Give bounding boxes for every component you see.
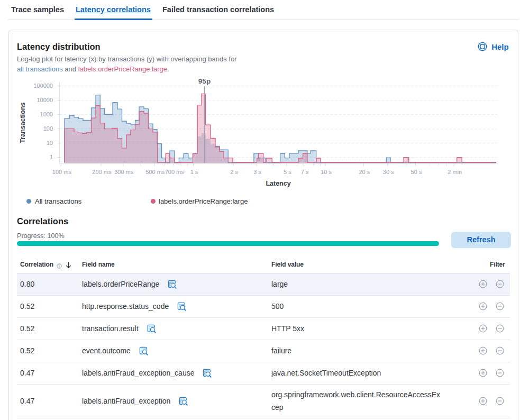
svg-text:3 s: 3 s (253, 169, 261, 175)
svg-text:100 ms: 100 ms (52, 169, 72, 175)
svg-text:5 s: 5 s (284, 169, 291, 175)
svg-text:10 s: 10 s (321, 169, 332, 175)
svg-text:300 ms: 300 ms (114, 169, 134, 175)
svg-text:Latency: Latency (266, 180, 290, 187)
svg-text:500 ms: 500 ms (145, 169, 165, 175)
svg-text:10000: 10000 (37, 97, 53, 103)
svg-text:100000: 100000 (33, 83, 53, 89)
svg-text:10: 10 (47, 140, 53, 146)
svg-text:1: 1 (50, 154, 53, 160)
svg-text:2 min: 2 min (448, 169, 462, 175)
svg-text:Transactions: Transactions (19, 102, 26, 143)
svg-text:1000: 1000 (40, 111, 53, 117)
svg-text:100: 100 (43, 125, 53, 132)
svg-text:1 s: 1 s (190, 169, 198, 175)
svg-text:95p: 95p (198, 77, 211, 85)
svg-text:30 s: 30 s (383, 169, 394, 175)
svg-text:200 ms: 200 ms (92, 169, 112, 175)
svg-text:2 s: 2 s (230, 169, 238, 175)
svg-text:50 s: 50 s (411, 169, 422, 175)
svg-text:700 ms: 700 ms (165, 169, 185, 175)
svg-text:7 s: 7 s (301, 169, 309, 175)
svg-text:?: ? (58, 264, 60, 268)
svg-text:20 s: 20 s (359, 169, 370, 175)
